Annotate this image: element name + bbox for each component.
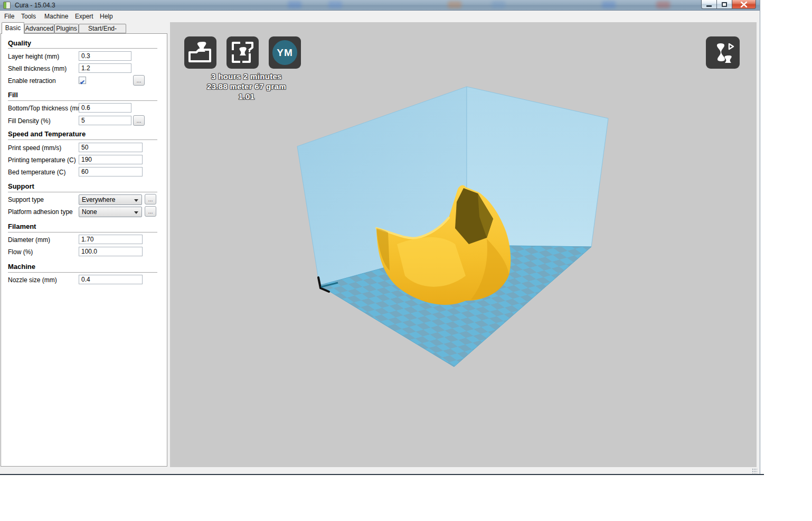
setting-label: Nozzle size (mm) [8,276,57,284]
print-time: 3 hours 2 minutes [183,71,310,81]
3d-viewport[interactable]: YM 3 hours 2 minutes 23.88 meter 67 gram… [170,22,757,467]
setting-label: Support type [8,196,44,203]
setting-row-bed-temperature: Bed temperature (C) [1,166,167,178]
window-controls [701,0,756,9]
save-toolpath-icon [226,36,259,69]
setting-row-diameter: Diameter (mm) [1,234,167,246]
settings-panel: Quality Layer height (mm) Shell thicknes… [1,33,167,467]
setting-row-print-speed: Print speed (mm/s) [1,142,167,154]
menu-expert[interactable]: Expert [75,13,93,20]
setting-row-enable-retraction: Enable retraction ✔ ... [1,75,167,87]
platform-adhesion-more-button[interactable]: ... [145,206,156,217]
section-divider [8,232,157,232]
bed-temperature-input[interactable] [79,167,143,176]
wallpaper-smudge [288,1,301,8]
setting-label: Layer height (mm) [8,53,59,60]
setting-row-bottom-top-thickness: Bottom/Top thickness (mm) [1,103,167,114]
enable-retraction-checkbox[interactable]: ✔ [79,77,86,84]
title-bar[interactable]: Cura - 15.04.3 [0,0,760,11]
platform-adhesion-value: None [82,208,97,216]
print-stats: 3 hours 2 minutes 23.88 meter 67 gram 1.… [183,71,310,101]
fill-density-input[interactable] [79,116,131,125]
section-title-quality: Quality [8,39,31,47]
fill-density-more-button[interactable]: ... [133,115,145,126]
section-divider [8,139,157,140]
section-divider [8,192,157,192]
tab-basic[interactable]: Basic [2,22,24,34]
section-title-support: Support [8,182,34,190]
cura-window: Cura - 15.04.3 File Tools Machine Expert… [0,0,760,475]
setting-label: Enable retraction [8,77,56,85]
close-button[interactable] [732,0,756,9]
section-title-filament: Filament [8,222,36,230]
window-bottom-strip [0,467,759,474]
chevron-down-icon [134,211,138,214]
view-mode-button[interactable] [706,36,740,69]
maximize-button[interactable] [717,0,732,9]
wallpaper-smudge [492,1,505,8]
support-more-button[interactable]: ... [145,194,156,204]
load-model-icon [184,36,216,69]
bottom-top-thickness-input[interactable] [79,103,131,113]
filament-flow-input[interactable] [79,247,143,256]
printing-temperature-input[interactable] [79,155,143,164]
print-speed-input[interactable] [79,143,143,152]
section-title-speed-temperature: Speed and Temperature [8,130,86,138]
wallpaper-smudge [656,1,670,8]
setting-row-flow: Flow (%) [1,246,167,258]
filament-usage: 23.88 meter 67 gram [183,81,310,91]
setting-row-nozzle-size: Nozzle size (mm) [1,274,167,286]
setting-label: Print speed (mm/s) [8,144,61,152]
menu-tools[interactable]: Tools [21,13,36,20]
maximize-icon [722,2,727,7]
wallpaper-smudge [328,1,342,8]
wallpaper-smudge [448,1,461,8]
setting-label: Fill Density (%) [8,117,51,125]
menu-machine[interactable]: Machine [44,13,68,20]
section-divider [8,48,157,49]
layer-height-input[interactable] [79,51,131,61]
section-title-fill: Fill [8,91,18,99]
setting-row-layer-height: Layer height (mm) [1,51,167,62]
setting-row-support-type: Support type Everywhere ... [1,194,167,206]
share-youmagine-button[interactable]: YM [269,36,301,69]
shell-thickness-input[interactable] [79,63,131,73]
support-type-dropdown[interactable]: Everywhere [79,194,142,205]
view-mode-icon [706,36,740,69]
setting-label: Diameter (mm) [8,236,50,244]
desktop: Cura - 15.04.3 File Tools Machine Expert… [0,0,812,521]
section-divider [8,100,157,101]
section-title-machine: Machine [8,263,35,271]
wallpaper-smudge [602,1,616,8]
tab-plugins[interactable]: Plugins [54,24,79,33]
tab-strip: Basic Advanced Plugins Start/End-GCode [0,22,170,33]
window-title: Cura - 15.04.3 [15,2,55,9]
setting-row-printing-temperature: Printing temperature (C) [1,154,167,166]
resize-grip[interactable] [752,468,757,473]
save-toolpath-button[interactable] [226,36,259,69]
support-type-value: Everywhere [82,196,115,203]
youmagine-logo: YM [272,40,297,65]
load-model-button[interactable] [184,36,216,69]
check-icon: ✔ [80,79,85,86]
filament-cost: 1.01 [183,91,310,101]
minimize-button[interactable] [701,0,717,9]
setting-label: Shell thickness (mm) [8,65,67,72]
setting-label: Bed temperature (C) [8,169,65,176]
menu-help[interactable]: Help [100,13,113,20]
tab-advanced[interactable]: Advanced [24,24,54,33]
menu-bar: File Tools Machine Expert Help [0,11,760,22]
close-icon [740,2,748,7]
tab-start-end-gcode[interactable]: Start/End-GCode [79,24,126,33]
app-icon [3,2,11,9]
nozzle-size-input[interactable] [79,275,143,284]
retraction-more-button[interactable]: ... [133,75,145,86]
filament-diameter-input[interactable] [79,235,143,244]
setting-row-fill-density: Fill Density (%) ... [1,115,167,127]
platform-adhesion-dropdown[interactable]: None [79,207,142,217]
chevron-down-icon [134,199,138,202]
setting-label: Platform adhesion type [8,208,73,216]
menu-file[interactable]: File [4,13,14,20]
section-divider [8,272,157,273]
setting-row-shell-thickness: Shell thickness (mm) [1,63,167,75]
